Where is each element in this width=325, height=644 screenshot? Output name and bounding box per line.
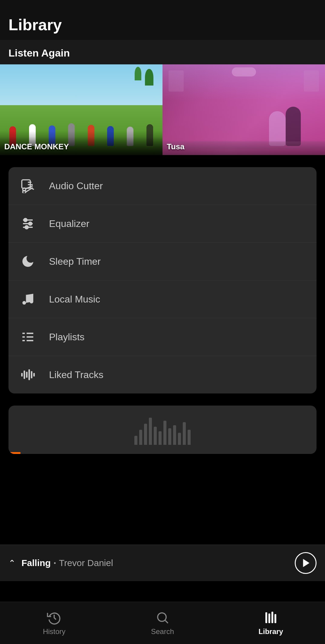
album-card-dance-monkey[interactable]: DANCE MONKEY xyxy=(0,64,162,155)
scissors-icon xyxy=(19,177,36,194)
chevron-up-icon[interactable]: ⌃ xyxy=(8,558,15,568)
waveform-icon xyxy=(19,366,36,383)
svg-point-11 xyxy=(24,218,27,222)
history-icon xyxy=(47,610,61,625)
nav-label-history: History xyxy=(43,627,66,636)
tusa-artwork xyxy=(162,64,325,155)
menu-item-local-music[interactable]: Local Music xyxy=(8,280,317,318)
moon-icon xyxy=(19,253,36,270)
svg-line-31 xyxy=(165,620,168,623)
svg-point-12 xyxy=(29,222,32,225)
now-playing-title: Falling xyxy=(21,558,51,568)
album-card-tusa[interactable]: Tusa xyxy=(162,64,325,155)
page-title: Library xyxy=(8,16,317,34)
svg-rect-23 xyxy=(21,373,23,377)
svg-marker-29 xyxy=(303,559,310,567)
listen-again-grid: DANCE MONKEY Tusa xyxy=(0,64,325,155)
now-playing-bar[interactable]: ⌃ Falling • Trevor Daniel xyxy=(0,545,325,581)
menu-section: Audio Cutter Equalizer xyxy=(8,167,317,393)
now-playing-left: ⌃ Falling • Trevor Daniel xyxy=(8,558,113,568)
svg-rect-25 xyxy=(26,372,28,378)
now-playing-separator: • xyxy=(54,560,56,567)
nav-item-search[interactable]: Search xyxy=(108,604,217,642)
menu-item-sleep-timer[interactable]: Sleep Timer xyxy=(8,243,317,280)
svg-rect-26 xyxy=(28,369,30,380)
nav-label-search: Search xyxy=(151,627,174,636)
svg-point-14 xyxy=(22,301,26,305)
search-icon xyxy=(155,610,170,625)
playback-progress xyxy=(8,452,21,454)
audio-cutter-label: Audio Cutter xyxy=(49,180,103,192)
now-playing-info: Falling • Trevor Daniel xyxy=(21,558,113,568)
listen-again-title: Listen Again xyxy=(8,47,70,59)
dance-monkey-artwork xyxy=(0,64,162,155)
svg-rect-28 xyxy=(33,373,35,377)
tusa-label: Tusa xyxy=(167,142,185,151)
svg-rect-35 xyxy=(274,614,276,623)
playlists-label: Playlists xyxy=(49,332,84,343)
menu-item-audio-cutter[interactable]: Audio Cutter xyxy=(8,167,317,205)
liked-tracks-label: Liked Tracks xyxy=(49,369,103,380)
nav-item-library[interactable]: Library xyxy=(217,604,325,642)
svg-rect-33 xyxy=(268,613,270,623)
sliders-icon xyxy=(19,215,36,232)
bottom-nav: History Search Library xyxy=(0,602,325,644)
list-icon xyxy=(19,328,36,345)
svg-point-30 xyxy=(158,613,166,621)
menu-item-liked-tracks[interactable]: Liked Tracks xyxy=(8,356,317,393)
nav-item-history[interactable]: History xyxy=(0,604,108,642)
music-note-icon xyxy=(19,291,36,308)
nav-label-library: Library xyxy=(258,627,283,636)
sleep-timer-label: Sleep Timer xyxy=(49,256,101,267)
header: Library xyxy=(0,0,325,40)
now-playing-artist: Trevor Daniel xyxy=(59,558,113,568)
section-title-bar: Listen Again xyxy=(0,40,325,64)
local-music-label: Local Music xyxy=(49,294,100,305)
svg-rect-16 xyxy=(25,294,33,301)
play-button[interactable] xyxy=(295,552,317,574)
dance-monkey-label: DANCE MONKEY xyxy=(4,142,69,151)
svg-point-13 xyxy=(25,226,28,229)
second-card-section xyxy=(8,406,317,454)
svg-rect-32 xyxy=(265,612,267,623)
waveform-display xyxy=(128,415,197,445)
svg-rect-34 xyxy=(271,612,273,623)
menu-item-equalizer[interactable]: Equalizer xyxy=(8,205,317,243)
svg-rect-27 xyxy=(31,371,32,378)
menu-item-playlists[interactable]: Playlists xyxy=(8,318,317,356)
svg-rect-24 xyxy=(24,371,25,379)
equalizer-label: Equalizer xyxy=(49,218,89,229)
library-icon xyxy=(264,610,278,625)
